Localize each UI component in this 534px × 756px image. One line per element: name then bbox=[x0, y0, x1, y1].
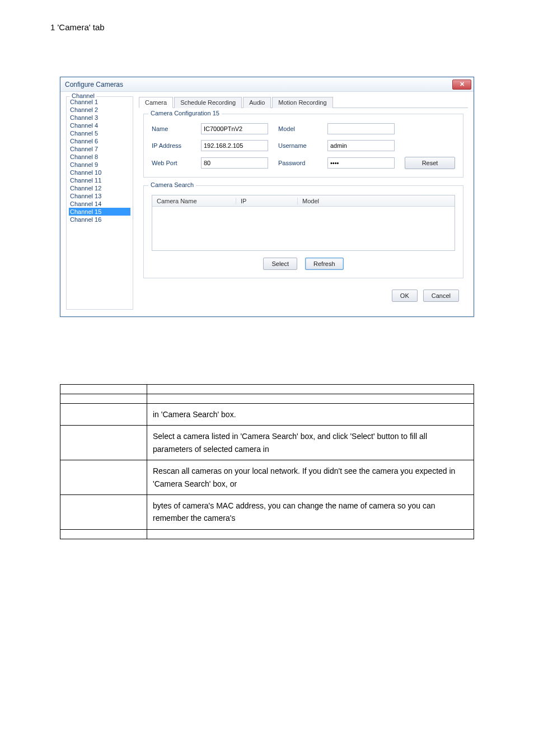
webport-label: Web Port bbox=[152, 160, 191, 166]
channel-item-13[interactable]: Channel 13 bbox=[69, 192, 130, 200]
close-button[interactable]: ✕ bbox=[452, 80, 471, 90]
tab-camera[interactable]: Camera bbox=[139, 97, 173, 108]
channel-item-9[interactable]: Channel 9 bbox=[69, 161, 130, 169]
desc-row-6-label bbox=[60, 529, 147, 539]
tab-audio[interactable]: Audio bbox=[243, 97, 271, 108]
channel-item-15[interactable]: Channel 15 bbox=[69, 208, 130, 216]
desc-row-5-label bbox=[60, 494, 147, 529]
desc-row-3-label bbox=[60, 426, 147, 460]
dialog-footer: OK Cancel bbox=[139, 284, 468, 310]
password-label: Password bbox=[278, 160, 317, 166]
search-list-headers: Camera Name IP Model bbox=[152, 195, 455, 207]
model-label: Model bbox=[278, 125, 317, 132]
tab-row: CameraSchedule RecordingAudioMotion Reco… bbox=[139, 96, 468, 108]
name-label: Name bbox=[152, 125, 191, 132]
dialog-title: Configure Cameras bbox=[65, 81, 123, 88]
channel-item-14[interactable]: Channel 14 bbox=[69, 200, 130, 208]
channel-item-3[interactable]: Channel 3 bbox=[69, 114, 130, 122]
channel-item-5[interactable]: Channel 5 bbox=[69, 129, 130, 137]
tab-motion-recording[interactable]: Motion Recording bbox=[272, 97, 332, 108]
desc-row-1-text bbox=[147, 394, 474, 404]
channel-item-10[interactable]: Channel 10 bbox=[69, 169, 130, 176]
username-label: Username bbox=[278, 142, 317, 149]
refresh-button[interactable]: Refresh bbox=[305, 258, 344, 270]
dialog-body: Channel Channel 1Channel 2Channel 3Chann… bbox=[60, 92, 474, 316]
description-table: in 'Camera Search' box.Select a camera l… bbox=[60, 384, 474, 539]
channel-list-group: Channel Channel 1Channel 2Channel 3Chann… bbox=[66, 96, 133, 310]
channel-group-label: Channel bbox=[70, 92, 96, 99]
right-panel: CameraSchedule RecordingAudioMotion Reco… bbox=[139, 96, 468, 310]
ip-input[interactable] bbox=[201, 140, 268, 151]
col-ip[interactable]: IP bbox=[236, 198, 298, 204]
channel-item-4[interactable]: Channel 4 bbox=[69, 122, 130, 129]
model-input[interactable] bbox=[327, 123, 395, 134]
channel-item-6[interactable]: Channel 6 bbox=[69, 137, 130, 145]
desc-row-4-label bbox=[60, 460, 147, 495]
doc-heading: 1 'Camera' tab bbox=[50, 22, 489, 32]
desc-row-0-text bbox=[147, 385, 474, 394]
camera-search-label: Camera Search bbox=[148, 181, 196, 188]
desc-row-2-text: in 'Camera Search' box. bbox=[147, 404, 474, 426]
configure-cameras-dialog: Configure Cameras ✕ Channel Channel 1Cha… bbox=[60, 77, 474, 317]
col-camera-name[interactable]: Camera Name bbox=[152, 198, 236, 204]
desc-row-6-text bbox=[147, 529, 474, 539]
channel-item-8[interactable]: Channel 8 bbox=[69, 153, 130, 161]
channel-item-2[interactable]: Channel 2 bbox=[69, 106, 130, 114]
col-model[interactable]: Model bbox=[298, 198, 455, 204]
camera-search-list[interactable]: Camera Name IP Model bbox=[152, 195, 455, 251]
channel-item-1[interactable]: Channel 1 bbox=[69, 98, 130, 106]
tab-schedule-recording[interactable]: Schedule Recording bbox=[174, 97, 242, 108]
desc-row-4-text: Rescan all cameras on your local network… bbox=[147, 460, 474, 495]
desc-row-1-label bbox=[60, 394, 147, 404]
desc-row-0-label bbox=[60, 385, 147, 394]
reset-button[interactable]: Reset bbox=[405, 157, 455, 169]
desc-row-3-text: Select a camera listed in 'Camera Search… bbox=[147, 426, 474, 460]
channel-item-11[interactable]: Channel 11 bbox=[69, 176, 130, 184]
webport-input[interactable] bbox=[201, 157, 268, 169]
channel-item-7[interactable]: Channel 7 bbox=[69, 145, 130, 153]
cancel-button[interactable]: Cancel bbox=[423, 290, 459, 302]
password-input[interactable] bbox=[327, 157, 395, 169]
camera-search-fieldset: Camera Search Camera Name IP Model Selec… bbox=[143, 185, 463, 278]
desc-row-2-label bbox=[60, 404, 147, 426]
ok-button[interactable]: OK bbox=[392, 290, 418, 302]
tab-content: Camera Configuration 15 Name Model IP Ad… bbox=[139, 108, 468, 284]
select-button[interactable]: Select bbox=[263, 258, 297, 270]
channel-item-12[interactable]: Channel 12 bbox=[69, 184, 130, 192]
dialog-titlebar: Configure Cameras ✕ bbox=[60, 77, 474, 92]
channel-item-16[interactable]: Channel 16 bbox=[69, 216, 130, 223]
camera-config-label: Camera Configuration 15 bbox=[148, 110, 222, 116]
ip-label: IP Address bbox=[152, 142, 191, 149]
name-input[interactable] bbox=[201, 123, 268, 134]
username-input[interactable] bbox=[327, 140, 395, 151]
desc-row-5-text: bytes of camera's MAC address, you can c… bbox=[147, 494, 474, 529]
camera-config-fieldset: Camera Configuration 15 Name Model IP Ad… bbox=[143, 114, 463, 178]
